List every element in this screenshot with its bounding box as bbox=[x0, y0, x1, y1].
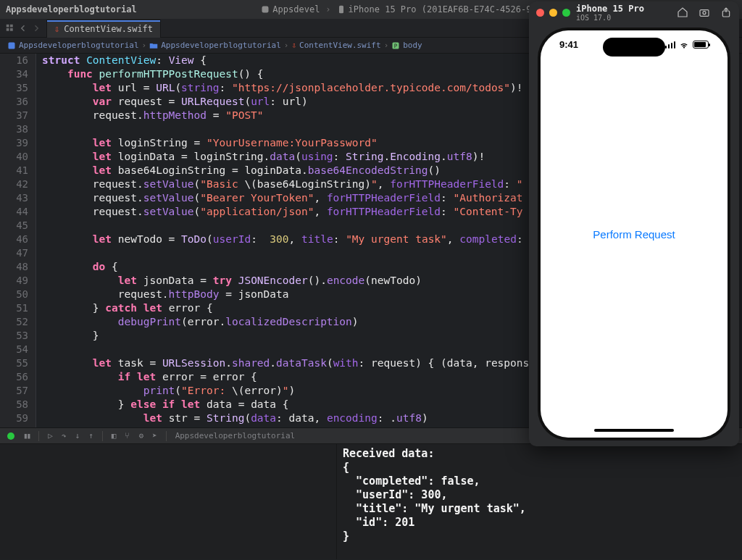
home-icon[interactable] bbox=[677, 7, 688, 18]
svg-text:P: P bbox=[394, 43, 398, 49]
pause-icon[interactable]: ▮▮ bbox=[23, 431, 30, 440]
back-icon[interactable] bbox=[19, 24, 28, 33]
iphone-frame: 9:41 Perform Request bbox=[538, 28, 730, 440]
home-indicator bbox=[594, 429, 674, 432]
zoom-icon[interactable] bbox=[562, 9, 570, 17]
cellular-icon bbox=[665, 41, 676, 49]
debug-view-icon[interactable]: ◧ bbox=[112, 431, 117, 440]
simulator-actions bbox=[677, 7, 732, 18]
console-output[interactable]: Received data: { "completed": false, "us… bbox=[337, 444, 742, 559]
forward-icon bbox=[32, 24, 41, 33]
clock: 9:41 bbox=[559, 39, 578, 50]
memory-graph-icon[interactable]: ⑂ bbox=[125, 431, 130, 440]
swift-file-icon: ⇩ bbox=[54, 24, 59, 34]
svg-rect-0 bbox=[262, 7, 269, 13]
simulator-window[interactable]: iPhone 15 Pro iOS 17.0 9:41 Perform Requ… bbox=[529, 1, 739, 446]
svg-rect-6 bbox=[9, 42, 15, 49]
svg-rect-2 bbox=[7, 24, 9, 27]
perform-request-button[interactable]: Perform Request bbox=[593, 228, 675, 241]
crumb-project[interactable]: Appsdeveloperblogtutorial bbox=[7, 41, 139, 50]
debug-area: Received data: { "completed": false, "us… bbox=[0, 443, 742, 559]
location-icon[interactable]: ➤ bbox=[152, 431, 157, 440]
tab-contentview[interactable]: ⇩ ContentView.swift bbox=[46, 20, 161, 38]
svg-rect-9 bbox=[700, 10, 709, 17]
step-out-icon[interactable]: ↑ bbox=[88, 431, 93, 440]
close-icon[interactable] bbox=[536, 9, 544, 17]
continue-icon[interactable]: ▷ bbox=[48, 431, 53, 440]
scheme-pill[interactable]: Appsdevel bbox=[261, 4, 320, 14]
variables-view[interactable] bbox=[0, 444, 337, 559]
window-controls[interactable] bbox=[536, 9, 570, 17]
step-over-icon[interactable]: ↷ bbox=[62, 431, 67, 440]
tab-nav bbox=[0, 24, 46, 33]
svg-rect-5 bbox=[10, 28, 13, 31]
status-bar: 9:41 bbox=[541, 39, 728, 50]
share-icon[interactable] bbox=[720, 7, 732, 18]
env-overrides-icon[interactable]: ⚙︎ bbox=[138, 431, 143, 440]
simulator-titlebar[interactable]: iPhone 15 Pro iOS 17.0 bbox=[529, 1, 739, 23]
wifi-icon bbox=[679, 40, 689, 50]
swift-file-icon: ⇩ bbox=[291, 41, 296, 50]
line-gutter: 16 34 35 36 37 38 39 40 41 42 43 44 45 4… bbox=[0, 54, 36, 427]
svg-rect-4 bbox=[7, 28, 9, 31]
svg-rect-3 bbox=[10, 24, 13, 27]
run-status-icon bbox=[7, 432, 14, 440]
step-into-icon[interactable]: ↓ bbox=[75, 431, 80, 440]
simulator-title: iPhone 15 Pro iOS 17.0 bbox=[576, 4, 671, 22]
debug-target[interactable]: Appsdeveloperblogtutorial bbox=[175, 431, 296, 440]
minimize-icon[interactable] bbox=[549, 9, 557, 17]
grid-icon[interactable] bbox=[6, 24, 14, 33]
screenshot-icon[interactable] bbox=[699, 7, 710, 18]
svg-rect-1 bbox=[339, 6, 343, 14]
crumb-folder[interactable]: Appsdeveloperblogtutorial bbox=[149, 41, 281, 50]
crumb-file[interactable]: ⇩ ContentView.swift bbox=[291, 41, 380, 50]
project-name: Appsdeveloperblogtutorial bbox=[6, 4, 137, 14]
crumb-symbol[interactable]: P body bbox=[391, 41, 422, 50]
iphone-screen[interactable]: 9:41 Perform Request bbox=[541, 30, 728, 438]
svg-point-10 bbox=[703, 12, 706, 14]
battery-icon bbox=[693, 41, 709, 49]
